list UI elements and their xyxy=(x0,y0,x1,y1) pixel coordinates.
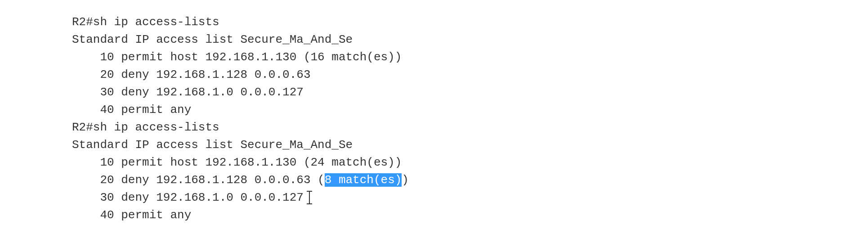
terminal-text: R2#sh ip access-lists xyxy=(72,15,219,29)
terminal-text: 40 permit any xyxy=(72,103,191,117)
text-cursor-icon xyxy=(309,191,310,204)
terminal-line: R2#sh ip access-lists xyxy=(72,14,868,31)
terminal-text: 10 permit host 192.168.1.130 (24 match(e… xyxy=(72,156,402,169)
terminal-line: 20 deny 192.168.1.128 0.0.0.63 xyxy=(72,66,868,84)
terminal-line: 10 permit host 192.168.1.130 (24 match(e… xyxy=(72,154,868,171)
terminal-line: 10 permit host 192.168.1.130 (16 match(e… xyxy=(72,49,868,66)
terminal-text: 10 permit host 192.168.1.130 (16 match(e… xyxy=(72,50,402,64)
terminal-text: Standard IP access list Secure_Ma_And_Se xyxy=(72,33,353,46)
terminal-line: Standard IP access list Secure_Ma_And_Se xyxy=(72,31,868,49)
terminal-text: 30 deny 192.168.1.0 0.0.0.127 xyxy=(72,86,304,99)
terminal-line: 40 permit any xyxy=(72,207,868,224)
terminal-line: 30 deny 192.168.1.0 0.0.0.127 xyxy=(72,84,868,101)
terminal-text: Standard IP access list Secure_Ma_And_Se xyxy=(72,138,353,152)
terminal-text: R2#sh ip access-lists xyxy=(72,121,219,134)
terminal-line: Standard IP access list Secure_Ma_And_Se xyxy=(72,136,868,154)
terminal-text: 20 deny 192.168.1.128 0.0.0.63 xyxy=(72,68,311,81)
terminal-output[interactable]: R2#sh ip access-listsStandard IP access … xyxy=(72,14,868,224)
terminal-text: 30 deny 192.168.1.0 0.0.0.127 xyxy=(72,191,304,204)
terminal-line: 20 deny 192.168.1.128 0.0.0.63 (8 match(… xyxy=(72,171,868,189)
terminal-line: 30 deny 192.168.1.0 0.0.0.127 xyxy=(72,189,868,207)
terminal-text: 40 permit any xyxy=(72,208,191,222)
terminal-text: 20 deny 192.168.1.128 0.0.0.63 ( xyxy=(72,173,325,187)
terminal-text: ) xyxy=(402,173,409,187)
terminal-line: R2#sh ip access-lists xyxy=(72,119,868,136)
selected-text: 8 match(es) xyxy=(325,173,402,187)
terminal-line: 40 permit any xyxy=(72,101,868,119)
